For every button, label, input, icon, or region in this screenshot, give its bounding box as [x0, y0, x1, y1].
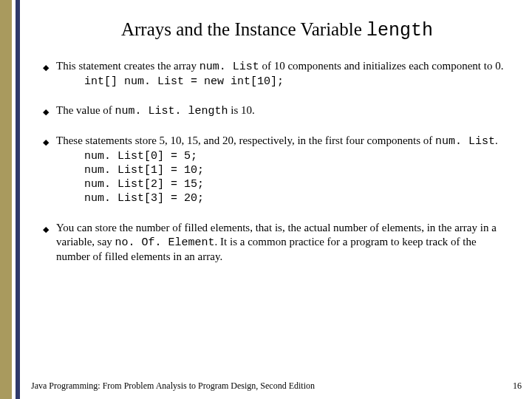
inline-code: num. List. length	[115, 105, 228, 117]
bullet-list: ◆This statement creates the array num. L…	[43, 59, 511, 264]
slide-title: Arrays and the Instance Variable length	[43, 19, 511, 41]
inline-code: num. List	[435, 135, 495, 148]
decorative-left-stripe	[0, 0, 22, 399]
bullet-item: ◆This statement creates the array num. L…	[43, 59, 511, 89]
diamond-icon: ◆	[43, 62, 49, 68]
footer-text: Java Programming: From Problem Analysis …	[31, 381, 315, 392]
text-run: This statement creates the array	[56, 60, 200, 72]
text-run: The value of	[56, 104, 115, 116]
code-block: num. List[0] = 5; num. List[1] = 10; num…	[84, 149, 511, 206]
inline-code: no. Of. Element	[115, 236, 215, 249]
title-text: Arrays and the Instance Variable	[121, 19, 366, 39]
title-mono: length	[366, 20, 433, 41]
diamond-icon: ◆	[43, 106, 49, 112]
bullet-text: These statements store 5, 10, 15, and 20…	[56, 134, 498, 146]
bullet-item: ◆The value of num. List. length is 10.	[43, 103, 511, 118]
text-run: These statements store 5, 10, 15, and 20…	[56, 134, 435, 146]
bullet-item: ◆These statements store 5, 10, 15, and 2…	[43, 134, 511, 206]
text-run: is 10.	[228, 104, 255, 116]
diamond-icon: ◆	[43, 224, 49, 230]
code-block: int[] num. List = new int[10];	[84, 75, 511, 89]
text-run: of 10 components and initializes each co…	[259, 60, 504, 72]
inline-code: num. List	[200, 61, 259, 73]
slide-body: Arrays and the Instance Variable length …	[22, 0, 532, 399]
bullet-text: You can store the number of filled eleme…	[56, 222, 497, 262]
bullet-text: This statement creates the array num. Li…	[56, 60, 503, 72]
bullet-item: ◆You can store the number of filled elem…	[43, 221, 511, 265]
page-number: 16	[513, 381, 522, 392]
text-run: .	[495, 134, 498, 146]
diamond-icon: ◆	[43, 137, 49, 143]
bullet-text: The value of num. List. length is 10.	[56, 104, 255, 116]
